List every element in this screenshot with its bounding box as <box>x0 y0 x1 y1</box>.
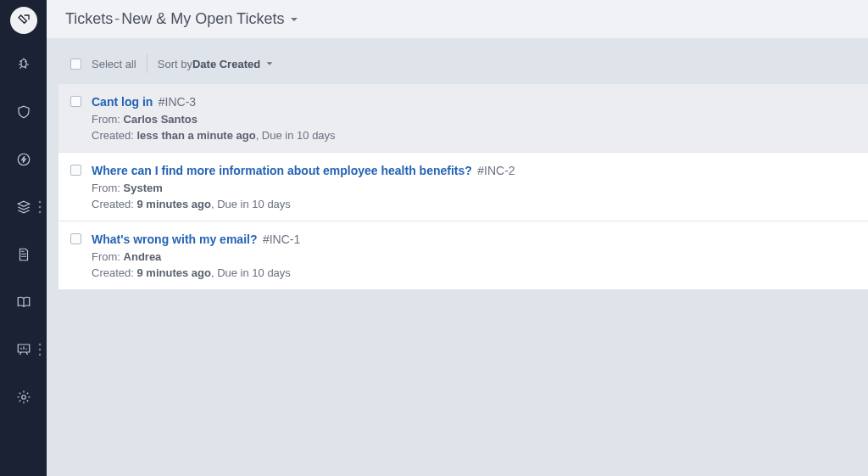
book-icon <box>16 294 31 310</box>
ticket-title[interactable]: Cant log in <box>92 95 153 109</box>
filter-dropdown-icon[interactable] <box>289 14 299 25</box>
ticket-created: less than a minute ago <box>136 129 255 142</box>
svg-point-2 <box>39 206 42 209</box>
lightning-icon <box>16 152 31 167</box>
ticket-body: What's wrong with my email? #INC-1 From:… <box>92 232 300 279</box>
created-label: Created: <box>92 129 136 142</box>
svg-point-3 <box>39 211 42 214</box>
bug-icon <box>16 57 31 72</box>
sidebar-item-tickets[interactable] <box>10 7 37 34</box>
ticket-due: , Due in 10 days <box>256 129 336 142</box>
ticket-from: Andrea <box>124 250 162 263</box>
sidebar-item-stack[interactable] <box>0 183 47 231</box>
sort-label: Sort by <box>158 58 192 70</box>
select-all-label: Select all <box>92 58 136 70</box>
svg-point-7 <box>21 395 25 400</box>
ticket-due: , Due in 10 days <box>211 266 291 279</box>
sidebar-item-lightning[interactable] <box>0 136 47 183</box>
page-title-prefix: Tickets <box>65 10 113 28</box>
more-icon[interactable] <box>36 199 43 216</box>
presentation-icon <box>16 342 31 357</box>
svg-point-5 <box>39 349 42 351</box>
sidebar-item-docfeed[interactable] <box>0 231 47 278</box>
ticket-id: #INC-3 <box>159 95 196 109</box>
ticket-body: Cant log in #INC-3 From: Carlos Santos C… <box>92 94 336 142</box>
ticket-row[interactable]: What's wrong with my email? #INC-1 From:… <box>58 221 868 290</box>
main: Tickets - New & My Open Tickets Select a… <box>47 0 868 476</box>
chevron-down-icon <box>265 59 274 68</box>
sidebar <box>0 0 47 476</box>
svg-point-6 <box>39 354 42 356</box>
ticket-due: , Due in 10 days <box>211 198 291 210</box>
gear-icon <box>16 389 31 405</box>
sidebar-item-book[interactable] <box>0 278 47 326</box>
select-all[interactable]: Select all <box>70 58 136 70</box>
ticket-title[interactable]: What's wrong with my email? <box>92 232 257 246</box>
ticket-list: Cant log in #INC-3 From: Carlos Santos C… <box>58 84 868 290</box>
ticket-id: #INC-2 <box>477 164 515 177</box>
sidebar-item-settings[interactable] <box>0 373 47 421</box>
ticket-title[interactable]: Where can I find more information about … <box>92 164 472 177</box>
from-label: From: <box>92 113 124 126</box>
separator <box>147 54 147 73</box>
ticket-created: 9 minutes ago <box>136 198 210 210</box>
from-label: From: <box>92 250 124 263</box>
docfeed-icon <box>16 247 31 262</box>
sidebar-item-presentation[interactable] <box>0 326 47 373</box>
sort-value: Date Created <box>192 58 260 70</box>
ticket-icon <box>17 14 31 27</box>
more-icon[interactable] <box>36 341 43 358</box>
ticket-checkbox[interactable] <box>70 165 81 176</box>
select-all-checkbox[interactable] <box>70 59 81 70</box>
sort-dropdown[interactable]: Sort by Date Created <box>158 58 274 70</box>
svg-point-1 <box>39 201 42 204</box>
ticket-id: #INC-1 <box>263 232 300 246</box>
ticket-created: 9 minutes ago <box>136 266 210 279</box>
ticket-from: System <box>124 182 163 194</box>
ticket-row[interactable]: Where can I find more information about … <box>58 153 868 221</box>
list-controls: Select all Sort by Date Created <box>58 50 868 77</box>
title-dash: - <box>114 10 120 28</box>
ticket-row[interactable]: Cant log in #INC-3 From: Carlos Santos C… <box>58 84 868 153</box>
sidebar-item-shield[interactable] <box>0 88 47 136</box>
ticket-checkbox[interactable] <box>70 96 81 107</box>
shield-icon <box>16 104 31 120</box>
from-label: From: <box>92 182 124 194</box>
ticket-from: Carlos Santos <box>124 113 198 126</box>
ticket-area: Select all Sort by Date Created Cant log… <box>47 38 868 290</box>
ticket-body: Where can I find more information about … <box>92 163 515 210</box>
created-label: Created: <box>92 198 136 210</box>
page-header: Tickets - New & My Open Tickets <box>47 0 868 38</box>
ticket-checkbox[interactable] <box>70 233 81 244</box>
created-label: Created: <box>92 266 136 279</box>
page-title-sub: New & My Open Tickets <box>121 10 284 28</box>
svg-point-0 <box>18 154 30 165</box>
sidebar-item-bug[interactable] <box>0 41 47 88</box>
svg-point-4 <box>39 344 42 346</box>
stack-icon <box>16 199 31 215</box>
